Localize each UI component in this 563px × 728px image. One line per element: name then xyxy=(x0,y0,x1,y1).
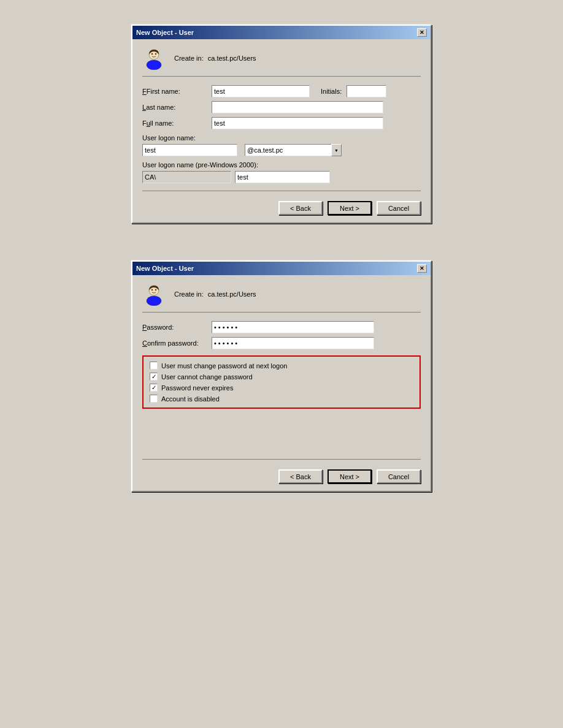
user-logon-input[interactable] xyxy=(142,144,237,156)
checkbox-must-change[interactable] xyxy=(150,362,158,370)
first-name-label: FFirst name: xyxy=(142,88,207,95)
separator-2 xyxy=(142,459,421,460)
pre-logon-input[interactable] xyxy=(235,171,330,183)
dialog-header-1: Create in: ca.test.pc/Users xyxy=(142,47,421,77)
checkbox-never-expires[interactable] xyxy=(150,384,158,392)
spacer xyxy=(142,415,421,452)
last-name-input[interactable] xyxy=(212,101,383,113)
last-name-label: Last name: xyxy=(142,104,207,111)
pre-domain-input[interactable] xyxy=(142,171,231,183)
svg-point-2 xyxy=(151,53,153,55)
checkbox-row-1: User must change password at next logon xyxy=(150,362,413,370)
user-logon-name-label: User logon name: xyxy=(142,134,421,142)
back-button-1[interactable]: < Back xyxy=(278,201,323,215)
next-button-2[interactable]: Next > xyxy=(327,469,372,483)
checkbox-cannot-change[interactable] xyxy=(150,373,158,381)
password-label: Password: xyxy=(142,324,207,331)
create-in-info-2: Create in: ca.test.pc/Users xyxy=(174,290,256,298)
checkbox-must-change-label: User must change password at next logon xyxy=(161,362,287,370)
user-logon-row: @ca.test.pc ▼ xyxy=(142,144,421,156)
pre-windows-label: User logon name (pre-Windows 2000): xyxy=(142,161,421,169)
cancel-button-1[interactable]: Cancel xyxy=(377,201,421,215)
checkbox-account-disabled[interactable] xyxy=(150,395,158,403)
pre-win-row xyxy=(142,171,421,183)
password-input[interactable] xyxy=(212,321,374,333)
back-button-2[interactable]: < Back xyxy=(278,469,323,483)
user-avatar-1 xyxy=(142,47,166,70)
full-name-row: Full name: xyxy=(142,117,421,129)
confirm-password-row: Confirm password: xyxy=(142,337,421,349)
svg-point-3 xyxy=(155,53,156,55)
user-avatar-2 xyxy=(142,282,166,306)
first-name-row: FFirst name: Initials: xyxy=(142,85,421,97)
svg-point-7 xyxy=(155,289,156,290)
password-row: Password: xyxy=(142,321,421,333)
separator-1 xyxy=(142,191,421,191)
create-in-info-1: Create in: ca.test.pc/Users xyxy=(174,55,256,62)
first-name-input[interactable] xyxy=(212,85,310,97)
dialog-header-2: Create in: ca.test.pc/Users xyxy=(142,282,421,313)
svg-point-5 xyxy=(147,296,161,306)
checkbox-row-3: Password never expires xyxy=(150,384,413,392)
titlebar-1: New Object - User ✕ xyxy=(132,26,431,39)
password-options-section: User must change password at next logon … xyxy=(142,355,421,409)
cancel-button-2[interactable]: Cancel xyxy=(377,469,421,483)
svg-point-6 xyxy=(151,289,153,290)
domain-select-container[interactable]: @ca.test.pc ▼ xyxy=(245,144,342,156)
close-button-1[interactable]: ✕ xyxy=(417,28,427,37)
initials-input[interactable] xyxy=(347,85,386,97)
last-name-row: Last name: xyxy=(142,101,421,113)
dialog-new-user-2: New Object - User ✕ Create in: ca.test.p… xyxy=(131,260,432,492)
close-button-2[interactable]: ✕ xyxy=(417,264,427,273)
checkbox-never-expires-label: Password never expires xyxy=(161,384,233,392)
full-name-input[interactable] xyxy=(212,117,383,129)
domain-select[interactable]: @ca.test.pc xyxy=(245,144,342,156)
checkbox-cannot-change-label: User cannot change password xyxy=(161,373,253,381)
dialog-new-user-1: New Object - User ✕ Cre xyxy=(131,25,432,224)
titlebar-2: New Object - User ✕ xyxy=(132,262,431,275)
full-name-label: Full name: xyxy=(142,119,207,127)
next-button-1[interactable]: Next > xyxy=(327,201,372,215)
button-row-1: < Back Next > Cancel xyxy=(142,197,421,215)
checkbox-row-4: Account is disabled xyxy=(150,395,413,403)
dialog-title-1: New Object - User xyxy=(136,29,194,36)
svg-point-1 xyxy=(147,60,161,70)
dialog-title-2: New Object - User xyxy=(136,265,194,272)
confirm-password-input[interactable] xyxy=(212,337,374,349)
checkbox-account-disabled-label: Account is disabled xyxy=(161,395,220,403)
button-row-2: < Back Next > Cancel xyxy=(142,466,421,483)
checkbox-row-2: User cannot change password xyxy=(150,373,413,381)
initials-label: Initials: xyxy=(321,88,342,95)
confirm-password-label: Confirm password: xyxy=(142,339,207,347)
